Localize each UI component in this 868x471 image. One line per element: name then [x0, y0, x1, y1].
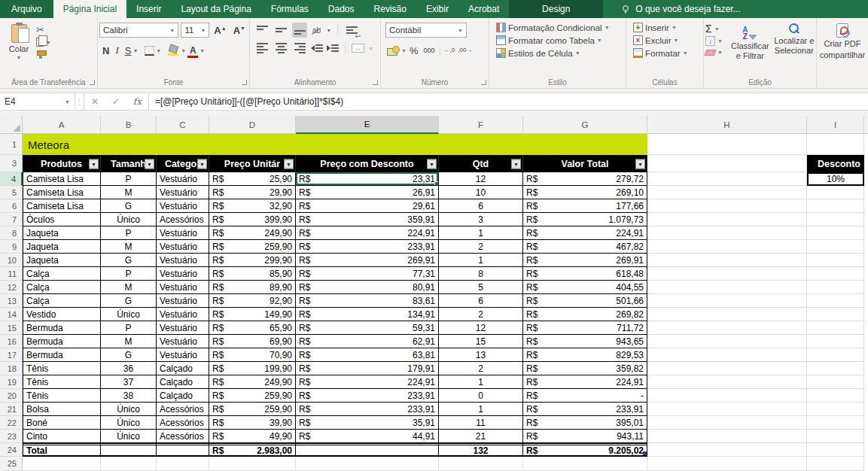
cell-H15[interactable] — [647, 321, 807, 335]
cell-C7[interactable]: Acessórios — [157, 213, 209, 226]
row-header-17[interactable]: 17 — [0, 348, 23, 362]
cell-G24[interactable]: R$9.205,02 — [523, 443, 647, 457]
cell-B15[interactable]: P — [101, 321, 157, 335]
cell-A23[interactable]: Cinto — [23, 430, 101, 443]
cell-G17[interactable]: R$829,53 — [523, 348, 647, 362]
cell-I8[interactable] — [807, 226, 864, 240]
font-color-caret-icon[interactable]: ▼ — [199, 48, 205, 53]
name-box[interactable]: E4 ▼ — [0, 93, 75, 110]
merge-caret-icon[interactable]: ▼ — [368, 46, 373, 51]
cell-G12[interactable]: R$404,55 — [523, 281, 647, 294]
format-as-table-button[interactable]: Formatar como Tabela ▼ — [494, 35, 624, 46]
cell-G15[interactable]: R$711,72 — [523, 321, 647, 335]
cell-D24[interactable]: R$2.983,00 — [209, 443, 296, 457]
align-center-button[interactable] — [273, 41, 288, 56]
wrap-text-button[interactable]: ↩ — [344, 23, 359, 38]
cell-F19[interactable]: 1 — [439, 375, 523, 389]
cell-B9[interactable]: M — [101, 240, 157, 254]
cell-H1[interactable] — [647, 134, 807, 155]
column-header-C[interactable]: C — [157, 116, 209, 134]
cell-G11[interactable]: R$618,48 — [523, 267, 647, 281]
underline-button[interactable]: S — [122, 45, 133, 56]
discount-value-cell[interactable]: 10% — [807, 172, 864, 186]
filter-dropdown-icon[interactable]: ▼ — [511, 159, 521, 169]
cell-G6[interactable]: R$177,66 — [523, 199, 647, 213]
format-cells-button[interactable]: Formatar ▼ — [631, 47, 702, 59]
row-header-23[interactable]: 23 — [0, 430, 23, 443]
cell-D6[interactable]: R$32,90 — [209, 199, 296, 213]
fill-color-caret-icon[interactable]: ▼ — [181, 48, 186, 53]
row-header-9[interactable]: 9 — [0, 240, 23, 254]
cell-F11[interactable]: 8 — [439, 267, 523, 281]
borders-caret-icon[interactable]: ▼ — [156, 48, 161, 53]
cell-G10[interactable]: R$269,91 — [523, 254, 647, 267]
cell-F20[interactable]: 0 — [439, 389, 523, 403]
shrink-font-button[interactable]: A▼ — [231, 25, 248, 36]
cell-F21[interactable]: 1 — [439, 403, 523, 416]
cell-B20[interactable]: 38 — [101, 389, 157, 403]
increase-decimal-icon[interactable]: ←,0 — [443, 47, 457, 53]
insert-function-icon[interactable]: fx — [133, 96, 142, 107]
cell-C23[interactable]: Acessórios — [157, 430, 209, 443]
cell-H10[interactable] — [647, 254, 807, 267]
cell-D4[interactable]: R$25,90 — [209, 172, 296, 186]
cell-B13[interactable]: G — [101, 294, 157, 308]
cell-H3[interactable] — [647, 155, 807, 172]
cell-H16[interactable] — [647, 335, 807, 348]
clipboard-dialog-launcher-icon[interactable] — [90, 80, 95, 85]
cell-E11[interactable]: R$77,31 — [296, 267, 439, 281]
cell-I1[interactable] — [807, 134, 864, 155]
table-header-tamanh[interactable]: Tamanh▼ — [101, 155, 157, 172]
row-header-25[interactable]: 25 — [0, 457, 23, 471]
empty-cell[interactable] — [296, 457, 439, 471]
cell-C5[interactable]: Vestuário — [157, 186, 209, 199]
ribbon-tab-página-inicial[interactable]: Página Inicial — [53, 0, 126, 18]
row-header-19[interactable]: 19 — [0, 375, 23, 389]
cell-F10[interactable]: 1 — [439, 254, 523, 267]
cell-E22[interactable]: R$35,91 — [296, 416, 439, 430]
column-header-H[interactable]: H — [647, 116, 807, 134]
cell-B10[interactable]: G — [101, 254, 157, 267]
cell-A19[interactable]: Tênis — [23, 375, 101, 389]
cell-G14[interactable]: R$269,82 — [523, 308, 647, 321]
cell-D23[interactable]: R$49,90 — [209, 430, 296, 443]
cell-H23[interactable] — [647, 430, 807, 443]
underline-caret-icon[interactable]: ▼ — [132, 48, 138, 53]
copy-button[interactable]: ▼ — [36, 38, 51, 47]
cell-E12[interactable]: R$80,91 — [296, 281, 439, 294]
cell-D13[interactable]: R$92,90 — [209, 294, 296, 308]
table-header-preço-com-desconto[interactable]: Preço com Desconto▼ — [296, 155, 439, 172]
cell-E18[interactable]: R$179,91 — [296, 362, 439, 375]
cell-G23[interactable]: R$943,11 — [523, 430, 647, 443]
cell-A24[interactable]: Total — [23, 443, 101, 457]
cell-F24[interactable]: 132 — [439, 443, 523, 457]
row-header-15[interactable]: 15 — [0, 321, 23, 335]
cell-C19[interactable]: Calçado — [157, 375, 209, 389]
cell-A21[interactable]: Bolsa — [23, 403, 101, 416]
cell-H7[interactable] — [647, 213, 807, 226]
font-color-icon[interactable]: A — [187, 45, 198, 56]
row-header-18[interactable]: 18 — [0, 362, 23, 375]
cell-I14[interactable] — [807, 308, 864, 321]
cell-G22[interactable]: R$395,01 — [523, 416, 647, 430]
filter-dropdown-icon[interactable]: ▼ — [284, 159, 294, 169]
cell-I17[interactable] — [807, 348, 864, 362]
ribbon-tab-inserir[interactable]: Inserir — [126, 0, 171, 18]
cell-A9[interactable]: Jaqueta — [23, 240, 101, 254]
ribbon-tab-dados[interactable]: Dados — [318, 0, 364, 18]
cell-A10[interactable]: Jaqueta — [23, 254, 101, 267]
cell-G9[interactable]: R$467,82 — [523, 240, 647, 254]
filter-dropdown-icon[interactable]: ▼ — [427, 159, 437, 169]
filter-dropdown-icon[interactable]: ▼ — [635, 159, 645, 169]
filter-dropdown-icon[interactable]: ▼ — [89, 159, 99, 169]
decrease-indent-button[interactable] — [311, 44, 323, 52]
cell-G18[interactable]: R$359,82 — [523, 362, 647, 375]
cell-G19[interactable]: R$224,91 — [523, 375, 647, 389]
cell-D7[interactable]: R$399,90 — [209, 213, 296, 226]
cell-G20[interactable]: R$- — [523, 389, 647, 403]
decrease-decimal-icon[interactable]: ,00→ — [456, 47, 474, 53]
font-name-combo[interactable]: Calibri ▼ — [99, 23, 178, 38]
cell-D10[interactable]: R$299,90 — [209, 254, 296, 267]
cell-D12[interactable]: R$89,90 — [209, 281, 296, 294]
cell-I22[interactable] — [807, 416, 864, 430]
